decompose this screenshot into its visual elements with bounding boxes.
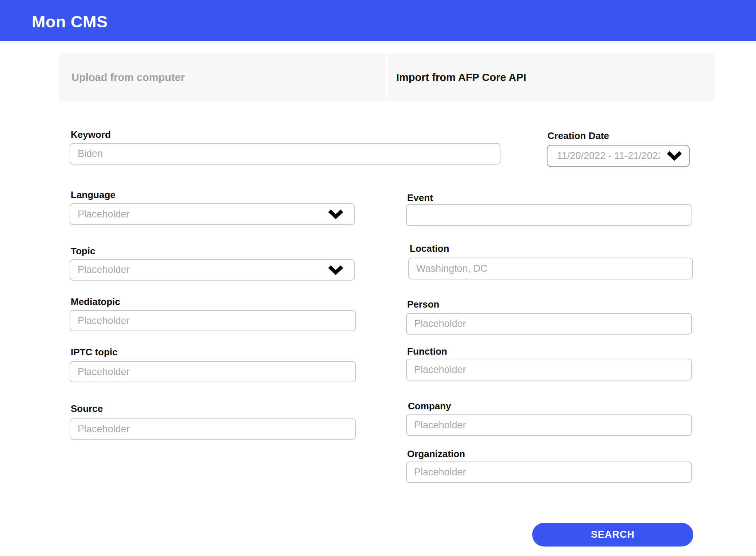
- chevron-down-icon[interactable]: [328, 265, 344, 275]
- organization-label: Organization: [407, 449, 465, 459]
- tab-upload-from-computer[interactable]: Upload from computer: [59, 54, 386, 101]
- company-label: Company: [408, 401, 451, 412]
- language-label: Language: [71, 190, 116, 200]
- function-input[interactable]: [406, 359, 692, 381]
- event-label: Event: [407, 193, 433, 203]
- location-input[interactable]: [408, 258, 693, 279]
- iptc-topic-input[interactable]: [70, 361, 356, 382]
- language-select[interactable]: [70, 203, 355, 225]
- tab-import-from-afp-core-api[interactable]: Import from AFP Core API: [387, 54, 714, 101]
- search-button[interactable]: SEARCH: [532, 523, 693, 547]
- iptc-topic-label: IPTC topic: [71, 347, 118, 358]
- person-input[interactable]: [406, 313, 692, 335]
- tab-upload-label: Upload from computer: [71, 72, 185, 84]
- location-label: Location: [410, 243, 449, 254]
- topic-select[interactable]: [70, 259, 355, 281]
- app-header: Mon CMS: [0, 0, 756, 41]
- topic-label: Topic: [71, 246, 95, 256]
- source-label: Source: [71, 404, 103, 414]
- import-media-page: Mon CMS Upload from computer Import from…: [0, 0, 756, 556]
- event-input[interactable]: [406, 204, 691, 226]
- mediatopic-label: Mediatopic: [71, 297, 120, 307]
- import-tabs: Upload from computer Import from AFP Cor…: [59, 54, 714, 101]
- function-label: Function: [407, 346, 447, 357]
- tab-import-label: Import from AFP Core API: [396, 72, 526, 84]
- chevron-down-icon[interactable]: [328, 209, 344, 219]
- mediatopic-input[interactable]: [70, 310, 356, 331]
- organization-input[interactable]: [406, 462, 692, 483]
- chevron-down-icon[interactable]: [666, 151, 682, 161]
- keyword-input[interactable]: [70, 143, 500, 165]
- creation-date-label: Creation Date: [547, 131, 609, 141]
- app-title: Mon CMS: [32, 10, 108, 31]
- keyword-label: Keyword: [71, 130, 111, 140]
- person-label: Person: [407, 299, 439, 310]
- company-input[interactable]: [406, 414, 692, 436]
- source-input[interactable]: [70, 418, 356, 440]
